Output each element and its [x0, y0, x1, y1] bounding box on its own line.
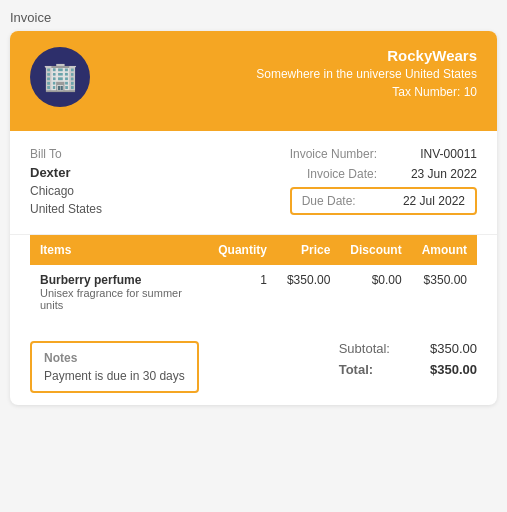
notes-text: Payment is due in 30 days [44, 369, 185, 383]
items-table: Items Quantity Price Discount Amount Bur… [30, 235, 477, 319]
total-label: Total: [339, 362, 373, 377]
invoice-date-row: Invoice Date: 23 Jun 2022 [290, 167, 477, 181]
item-name-cell: Burberry perfume Unisex fragrance for su… [30, 265, 208, 319]
company-name: RockyWears [256, 47, 477, 64]
item-discount: $0.00 [340, 265, 411, 319]
notes-label: Notes [44, 351, 185, 365]
invoice-date-label: Invoice Date: [307, 167, 377, 181]
item-amount: $350.00 [412, 265, 477, 319]
invoice-meta: Invoice Number: INV-00011 Invoice Date: … [290, 147, 477, 218]
col-discount: Discount [340, 235, 411, 265]
bill-to-name: Dexter [30, 165, 102, 180]
company-tax: Tax Number: 10 [256, 85, 477, 99]
bill-to-section: Bill To Dexter Chicago United States [30, 147, 102, 218]
bill-to-country: United States [30, 200, 102, 218]
subtotal-row: Subtotal: $350.00 [339, 341, 477, 356]
page-title: Invoice [10, 10, 497, 25]
item-quantity: 1 [208, 265, 277, 319]
table-row: Burberry perfume Unisex fragrance for su… [30, 265, 477, 319]
total-row: Total: $350.00 [339, 362, 477, 377]
subtotal-label: Subtotal: [339, 341, 390, 356]
item-price: $350.00 [277, 265, 340, 319]
invoice-card: 🏢 RockyWears Somewhere in the universe U… [10, 31, 497, 405]
col-amount: Amount [412, 235, 477, 265]
table-header-row: Items Quantity Price Discount Amount [30, 235, 477, 265]
company-logo: 🏢 [30, 47, 90, 107]
due-date-row: Due Date: 22 Jul 2022 [290, 187, 477, 215]
item-description: Unisex fragrance for summer units [40, 287, 198, 311]
company-address: Somewhere in the universe United States [256, 66, 477, 83]
invoice-number-label: Invoice Number: [290, 147, 377, 161]
due-date-value: 22 Jul 2022 [385, 194, 465, 208]
building-icon: 🏢 [43, 63, 78, 91]
col-quantity: Quantity [208, 235, 277, 265]
bill-to-label: Bill To [30, 147, 102, 161]
invoice-date-value: 23 Jun 2022 [397, 167, 477, 181]
subtotal-value: $350.00 [430, 341, 477, 356]
bill-to-city: Chicago [30, 182, 102, 200]
totals-section: Subtotal: $350.00 Total: $350.00 [339, 341, 477, 383]
invoice-header: 🏢 RockyWears Somewhere in the universe U… [10, 31, 497, 131]
notes-box: Notes Payment is due in 30 days [30, 341, 199, 393]
due-date-label: Due Date: [302, 194, 356, 208]
item-name: Burberry perfume [40, 273, 198, 287]
invoice-details: Bill To Dexter Chicago United States Inv… [10, 131, 497, 235]
invoice-footer: Notes Payment is due in 30 days Subtotal… [10, 329, 497, 405]
total-value: $350.00 [430, 362, 477, 377]
col-items: Items [30, 235, 208, 265]
col-price: Price [277, 235, 340, 265]
company-info: RockyWears Somewhere in the universe Uni… [256, 47, 477, 99]
invoice-number-value: INV-00011 [397, 147, 477, 161]
invoice-number-row: Invoice Number: INV-00011 [290, 147, 477, 161]
items-section: Items Quantity Price Discount Amount Bur… [10, 235, 497, 319]
